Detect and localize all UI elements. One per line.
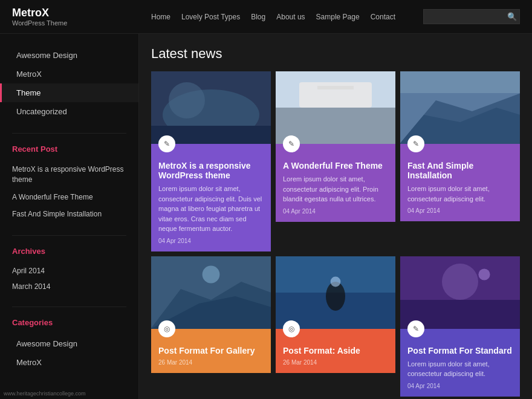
sidebar-categories-section: Awesome DesignMetroXThemeUncategorized (0, 46, 138, 121)
post-title: Fast And Simple Installation (407, 151, 513, 180)
logo-title[interactable]: MetroX (12, 7, 145, 19)
post-image (151, 71, 271, 144)
post-date: 04 Apr 2014 (407, 207, 513, 214)
nav-item-lovely-post-types[interactable]: Lovely Post Types (181, 13, 240, 21)
post-overlay: ◎Post Format For Gallery26 Mar 2014 (151, 329, 271, 373)
post-format-icon: ✎ (407, 135, 424, 152)
post-overlay: ✎Post Format For StandardLorem ipsum dol… (400, 329, 520, 397)
post-image (276, 71, 395, 144)
sidebar-recent-list: MetroX is a responsive WordPress themeA … (0, 161, 138, 223)
post-excerpt: Lorem ipsum dolor sit amet, consectetur … (407, 359, 513, 379)
post-overlay: ✎A Wonderful Free ThemeLorem ipsum dolor… (276, 144, 395, 222)
recent-post-item[interactable]: Fast And Simple Installation (0, 206, 138, 223)
main-content: Latest news ✎MetroX is a responsive Word… (139, 34, 532, 399)
page-title: Latest news (151, 46, 520, 62)
post-image (276, 256, 395, 329)
sidebar-categories-bottom-section: Categories Awesome DesignMetroX (0, 313, 138, 372)
post-card-post-4[interactable]: ◎Post Format For Gallery26 Mar 2014 (151, 256, 271, 397)
post-card-post-5[interactable]: ◎Post Format: Aside26 Mar 2014 (276, 256, 395, 397)
post-date: 04 Apr 2014 (158, 238, 264, 244)
cat-bottom-metrox[interactable]: MetroX (0, 353, 138, 372)
post-card-post-2[interactable]: ✎A Wonderful Free ThemeLorem ipsum dolor… (276, 71, 395, 251)
logo-area: MetroX WordPress Theme (12, 7, 145, 27)
layout: Awesome DesignMetroXThemeUncategorized R… (0, 34, 532, 399)
search-input[interactable] (429, 13, 507, 21)
sidebar-categories-bottom-list: Awesome DesignMetroX (0, 334, 138, 372)
nav-item-contact[interactable]: Contact (371, 13, 395, 21)
post-format-icon: ✎ (407, 320, 424, 337)
nav-item-home[interactable]: Home (151, 13, 170, 21)
archive-item-april-2014[interactable]: April 2014 (0, 263, 138, 279)
header: MetroX WordPress Theme HomeLovely Post T… (0, 0, 532, 34)
nav-item-about-us[interactable]: About us (276, 13, 305, 21)
post-excerpt: Lorem ipsum dolor sit amet, consectetur … (158, 184, 264, 234)
post-title: Post Format: Aside (283, 336, 388, 355)
post-format-icon: ✎ (283, 135, 300, 152)
sidebar-cat-list: Awesome DesignMetroXThemeUncategorized (0, 46, 138, 121)
post-date: 04 Apr 2014 (407, 383, 513, 389)
sidebar-cat-uncategorized[interactable]: Uncategorized (0, 102, 138, 121)
post-date: 04 Apr 2014 (283, 208, 388, 215)
nav: HomeLovely Post TypesBlogAbout usSample … (145, 13, 423, 21)
post-excerpt: Lorem ipsum dolor sit amet, consectetur … (407, 184, 513, 204)
archives-title: Archives (0, 242, 138, 261)
nav-item-sample-page[interactable]: Sample Page (316, 13, 360, 21)
post-format-icon: ◎ (283, 320, 300, 337)
sidebar-archive-list: April 2014March 2014 (0, 263, 138, 294)
post-date: 26 Mar 2014 (158, 359, 264, 366)
cat-bottom-awesome-design[interactable]: Awesome Design (0, 334, 138, 353)
post-card-post-6[interactable]: ✎Post Format For StandardLorem ipsum dol… (400, 256, 520, 397)
post-title: Post Format For Gallery (158, 336, 264, 355)
post-card-post-3[interactable]: ✎Fast And Simple InstallationLorem ipsum… (400, 71, 520, 251)
post-format-icon: ✎ (158, 135, 175, 152)
watermark: www.heritagechristiancollege.com (0, 389, 89, 398)
post-overlay: ✎Fast And Simple InstallationLorem ipsum… (400, 144, 520, 221)
sidebar-recent-section: Recent Post MetroX is a responsive WordP… (0, 140, 138, 223)
post-format-icon: ◎ (158, 320, 175, 337)
post-title: A Wonderful Free Theme (283, 151, 388, 170)
post-excerpt: Lorem ipsum dolor sit amet, consectetur … (283, 174, 388, 204)
recent-post-item[interactable]: MetroX is a responsive WordPress theme (0, 161, 138, 189)
sidebar-cat-metrox[interactable]: MetroX (0, 65, 138, 83)
post-title: MetroX is a responsive WordPress theme (158, 151, 264, 180)
post-image (400, 71, 520, 144)
posts-grid: ✎MetroX is a responsive WordPress themeL… (151, 71, 520, 399)
archive-item-march-2014[interactable]: March 2014 (0, 279, 138, 294)
sidebar-divider-1 (12, 133, 126, 134)
post-image (151, 256, 271, 329)
nav-item-blog[interactable]: Blog (251, 13, 265, 21)
post-date: 26 Mar 2014 (283, 359, 388, 366)
sidebar-cat-awesome-design[interactable]: Awesome Design (0, 46, 138, 65)
post-card-post-1[interactable]: ✎MetroX is a responsive WordPress themeL… (151, 71, 271, 251)
recent-post-item[interactable]: A Wonderful Free Theme (0, 189, 138, 206)
categories-bottom-title: Categories (0, 313, 138, 332)
logo-subtitle: WordPress Theme (12, 19, 145, 27)
search-icon[interactable]: 🔍 (507, 12, 517, 21)
post-image (400, 256, 520, 329)
post-overlay: ✎MetroX is a responsive WordPress themeL… (151, 144, 271, 251)
sidebar-divider-2 (12, 235, 126, 236)
sidebar: Awesome DesignMetroXThemeUncategorized R… (0, 34, 139, 399)
post-title: Post Format For Standard (407, 336, 513, 355)
sidebar-divider-3 (12, 307, 126, 307)
recent-post-title: Recent Post (0, 140, 138, 158)
search-box[interactable]: 🔍 (423, 9, 520, 24)
sidebar-cat-theme[interactable]: Theme (0, 83, 138, 102)
post-overlay: ◎Post Format: Aside26 Mar 2014 (276, 329, 395, 373)
sidebar-archives-section: Archives April 2014March 2014 (0, 242, 138, 294)
